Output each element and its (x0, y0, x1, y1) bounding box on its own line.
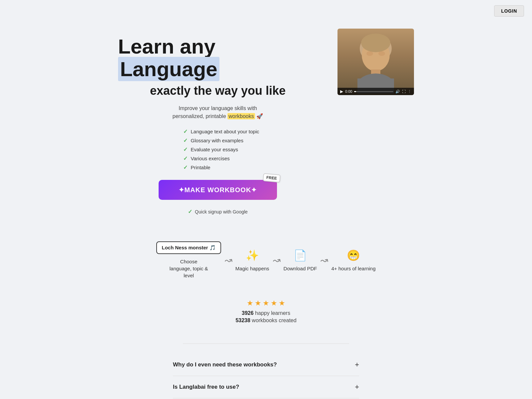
learners-stat: 3926 happy learners (242, 310, 290, 316)
pdf-icon: 📄 (294, 249, 307, 262)
star-4: ★ (271, 299, 277, 308)
step-1: Loch Ness monster 🎵 Choose language, top… (156, 241, 221, 279)
checklist-item: ✓Various exercises (183, 154, 259, 163)
cta-wrapper: FREE ✦MAKE WORKBOOK✦ (159, 180, 277, 200)
step-1-value: Loch Ness monster 🎵 (162, 245, 215, 251)
check-icon: ✓ (183, 137, 188, 144)
hero-subtitle: exactly the way you like (150, 84, 286, 98)
play-icon[interactable]: ▶ (340, 89, 343, 94)
checklist-item: ✓Evaluate your essays (183, 145, 259, 154)
login-button[interactable]: LOGIN (494, 5, 524, 17)
hero-left: Learn any Language exactly the way you l… (118, 29, 318, 215)
description-line1: Improve your language skills with (179, 105, 257, 111)
progress-indicator (354, 91, 356, 92)
time-display: 0:00 (345, 89, 352, 93)
video-thumbnail (337, 29, 414, 95)
feature-checklist: ✓Language text about your topic ✓Glossar… (177, 127, 259, 172)
faq-expand-icon-1[interactable]: + (355, 360, 359, 369)
learners-count: 3926 (242, 310, 254, 316)
step-2-label: Magic happens (235, 266, 269, 271)
free-badge: FREE (263, 173, 281, 183)
checklist-item: ✓Printable (183, 163, 259, 172)
checklist-item: ✓Glossary with examples (183, 136, 259, 145)
steps-section: Loch Ness monster 🎵 Choose language, top… (66, 228, 466, 292)
magic-icon: ✨ (246, 249, 259, 262)
hero-video: ▶ 0:00 🔊 ⛶ ⋮ (337, 29, 414, 95)
volume-icon[interactable]: 🔊 (395, 89, 400, 94)
check-icon: ✓ (183, 128, 188, 135)
checklist-item: ✓Language text about your topic (183, 127, 259, 136)
hero-title: Learn any Language (118, 35, 318, 80)
header: LOGIN (0, 0, 532, 22)
star-3: ★ (263, 299, 269, 308)
stats-row: 3926 happy learners 53238 workbooks crea… (235, 310, 296, 324)
faq-item-1[interactable]: Why do I even need these workbooks? + (173, 354, 359, 376)
video-progress-bar[interactable] (354, 91, 393, 92)
hero-description: Improve your language skills with person… (173, 104, 263, 120)
learning-icon: 😁 (347, 249, 360, 262)
hero-title-part1: Learn any (118, 35, 215, 58)
star-2: ★ (255, 299, 261, 308)
quick-signup-note: ✓ Quick signup with Google (188, 208, 248, 215)
hero-section: Learn any Language exactly the way you l… (33, 22, 499, 228)
svg-point-4 (378, 51, 385, 56)
star-1: ★ (247, 299, 253, 308)
check-icon: ✓ (183, 146, 188, 153)
star-half: ★ (279, 299, 285, 308)
arrow-3: ↝ (316, 254, 332, 267)
stars-row: ★ ★ ★ ★ ★ (247, 299, 285, 308)
check-icon: ✓ (183, 155, 188, 162)
video-player[interactable]: ▶ 0:00 🔊 ⛶ ⋮ (337, 29, 414, 95)
step-4-label: 4+ hours of learning (331, 266, 375, 271)
check-icon: ✓ (188, 208, 192, 215)
faq-expand-icon-2[interactable]: + (355, 383, 359, 391)
description-line2: personalized, printable (173, 113, 227, 119)
step-4: 😁 4+ hours of learning (331, 249, 375, 271)
step-2: ✨ Magic happens (235, 249, 269, 271)
svg-point-3 (366, 51, 373, 56)
hero-content: Learn any Language exactly the way you l… (118, 35, 318, 215)
workbooks-count: 53238 (235, 318, 250, 323)
video-controls[interactable]: ▶ 0:00 🔊 ⛶ ⋮ (337, 88, 414, 95)
more-options-icon[interactable]: ⋮ (408, 89, 411, 94)
arrow-2: ↝ (268, 254, 284, 267)
faq-question-2: Is Langlabai free to use? (173, 384, 239, 390)
workbooks-highlight: workbooks (227, 113, 255, 119)
check-icon: ✓ (183, 164, 188, 171)
workbooks-emoji: 🚀 (256, 113, 263, 119)
faq-item-2[interactable]: Is Langlabai free to use? + (173, 376, 359, 398)
person-thumbnail (349, 30, 402, 93)
stats-section: ★ ★ ★ ★ ★ 3926 happy learners 53238 work… (0, 292, 532, 337)
section-divider (183, 343, 349, 344)
step-3-label: Download PDF (284, 266, 317, 271)
step-1-label: Choose language, topic &level (169, 258, 209, 279)
arrow-1: ↝ (220, 254, 236, 267)
step-1-input-box: Loch Ness monster 🎵 (156, 241, 221, 254)
workbooks-stat: 53238 workbooks created (235, 318, 296, 324)
faq-question-1: Why do I even need these workbooks? (173, 361, 277, 368)
faq-section: Why do I even need these workbooks? + Is… (166, 350, 366, 399)
hero-title-highlight: Language (118, 57, 219, 81)
step-3: 📄 Download PDF (284, 249, 317, 271)
make-workbook-button[interactable]: ✦MAKE WORKBOOK✦ (159, 180, 277, 200)
fullscreen-icon[interactable]: ⛶ (402, 89, 406, 93)
svg-point-2 (361, 34, 390, 52)
